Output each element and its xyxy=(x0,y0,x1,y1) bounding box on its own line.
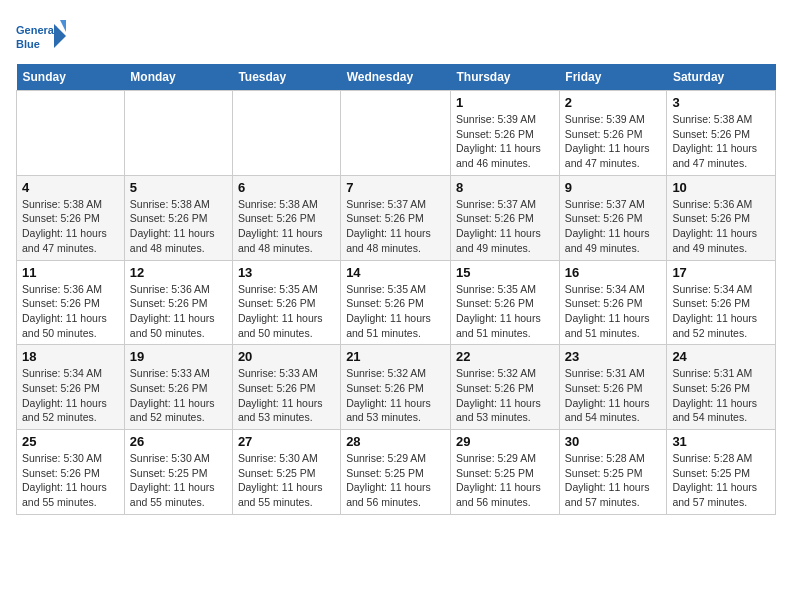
calendar-cell: 3Sunrise: 5:38 AMSunset: 5:26 PMDaylight… xyxy=(667,91,776,176)
day-number: 9 xyxy=(565,180,662,195)
svg-text:General: General xyxy=(16,24,57,36)
day-info: Sunrise: 5:31 AMSunset: 5:26 PMDaylight:… xyxy=(672,366,770,425)
day-info: Sunrise: 5:29 AMSunset: 5:25 PMDaylight:… xyxy=(346,451,445,510)
day-number: 21 xyxy=(346,349,445,364)
day-number: 15 xyxy=(456,265,554,280)
day-info: Sunrise: 5:38 AMSunset: 5:26 PMDaylight:… xyxy=(22,197,119,256)
calendar-cell: 10Sunrise: 5:36 AMSunset: 5:26 PMDayligh… xyxy=(667,175,776,260)
day-info: Sunrise: 5:36 AMSunset: 5:26 PMDaylight:… xyxy=(672,197,770,256)
calendar-cell: 9Sunrise: 5:37 AMSunset: 5:26 PMDaylight… xyxy=(559,175,667,260)
calendar-cell: 20Sunrise: 5:33 AMSunset: 5:26 PMDayligh… xyxy=(232,345,340,430)
day-number: 8 xyxy=(456,180,554,195)
day-info: Sunrise: 5:28 AMSunset: 5:25 PMDaylight:… xyxy=(565,451,662,510)
day-number: 7 xyxy=(346,180,445,195)
day-number: 17 xyxy=(672,265,770,280)
week-row-3: 11Sunrise: 5:36 AMSunset: 5:26 PMDayligh… xyxy=(17,260,776,345)
weekday-header-friday: Friday xyxy=(559,64,667,91)
week-row-4: 18Sunrise: 5:34 AMSunset: 5:26 PMDayligh… xyxy=(17,345,776,430)
day-info: Sunrise: 5:37 AMSunset: 5:26 PMDaylight:… xyxy=(456,197,554,256)
weekday-header-saturday: Saturday xyxy=(667,64,776,91)
day-number: 4 xyxy=(22,180,119,195)
day-info: Sunrise: 5:29 AMSunset: 5:25 PMDaylight:… xyxy=(456,451,554,510)
calendar-cell: 6Sunrise: 5:38 AMSunset: 5:26 PMDaylight… xyxy=(232,175,340,260)
calendar-cell: 21Sunrise: 5:32 AMSunset: 5:26 PMDayligh… xyxy=(341,345,451,430)
day-number: 23 xyxy=(565,349,662,364)
calendar-cell xyxy=(341,91,451,176)
calendar-cell: 17Sunrise: 5:34 AMSunset: 5:26 PMDayligh… xyxy=(667,260,776,345)
day-info: Sunrise: 5:35 AMSunset: 5:26 PMDaylight:… xyxy=(456,282,554,341)
weekday-header-wednesday: Wednesday xyxy=(341,64,451,91)
weekday-header-monday: Monday xyxy=(124,64,232,91)
svg-marker-3 xyxy=(60,20,66,32)
day-number: 24 xyxy=(672,349,770,364)
day-number: 16 xyxy=(565,265,662,280)
day-number: 26 xyxy=(130,434,227,449)
week-row-2: 4Sunrise: 5:38 AMSunset: 5:26 PMDaylight… xyxy=(17,175,776,260)
calendar-cell: 1Sunrise: 5:39 AMSunset: 5:26 PMDaylight… xyxy=(451,91,560,176)
day-number: 29 xyxy=(456,434,554,449)
day-number: 19 xyxy=(130,349,227,364)
calendar-cell: 28Sunrise: 5:29 AMSunset: 5:25 PMDayligh… xyxy=(341,430,451,515)
calendar-cell: 31Sunrise: 5:28 AMSunset: 5:25 PMDayligh… xyxy=(667,430,776,515)
calendar-cell: 29Sunrise: 5:29 AMSunset: 5:25 PMDayligh… xyxy=(451,430,560,515)
calendar-cell: 8Sunrise: 5:37 AMSunset: 5:26 PMDaylight… xyxy=(451,175,560,260)
weekday-header-row: SundayMondayTuesdayWednesdayThursdayFrid… xyxy=(17,64,776,91)
day-number: 31 xyxy=(672,434,770,449)
day-info: Sunrise: 5:37 AMSunset: 5:26 PMDaylight:… xyxy=(346,197,445,256)
day-number: 22 xyxy=(456,349,554,364)
calendar-cell: 13Sunrise: 5:35 AMSunset: 5:26 PMDayligh… xyxy=(232,260,340,345)
day-info: Sunrise: 5:38 AMSunset: 5:26 PMDaylight:… xyxy=(672,112,770,171)
calendar-cell: 2Sunrise: 5:39 AMSunset: 5:26 PMDaylight… xyxy=(559,91,667,176)
page-header: GeneralBlue xyxy=(16,16,776,56)
day-number: 30 xyxy=(565,434,662,449)
day-number: 3 xyxy=(672,95,770,110)
day-number: 5 xyxy=(130,180,227,195)
calendar-cell: 27Sunrise: 5:30 AMSunset: 5:25 PMDayligh… xyxy=(232,430,340,515)
day-number: 25 xyxy=(22,434,119,449)
day-number: 11 xyxy=(22,265,119,280)
calendar-cell: 26Sunrise: 5:30 AMSunset: 5:25 PMDayligh… xyxy=(124,430,232,515)
calendar-cell: 14Sunrise: 5:35 AMSunset: 5:26 PMDayligh… xyxy=(341,260,451,345)
day-info: Sunrise: 5:35 AMSunset: 5:26 PMDaylight:… xyxy=(238,282,335,341)
logo: GeneralBlue xyxy=(16,16,66,56)
day-number: 10 xyxy=(672,180,770,195)
calendar-cell: 19Sunrise: 5:33 AMSunset: 5:26 PMDayligh… xyxy=(124,345,232,430)
svg-text:Blue: Blue xyxy=(16,38,40,50)
day-info: Sunrise: 5:28 AMSunset: 5:25 PMDaylight:… xyxy=(672,451,770,510)
day-number: 2 xyxy=(565,95,662,110)
calendar-cell: 30Sunrise: 5:28 AMSunset: 5:25 PMDayligh… xyxy=(559,430,667,515)
day-info: Sunrise: 5:32 AMSunset: 5:26 PMDaylight:… xyxy=(456,366,554,425)
day-info: Sunrise: 5:31 AMSunset: 5:26 PMDaylight:… xyxy=(565,366,662,425)
day-info: Sunrise: 5:30 AMSunset: 5:25 PMDaylight:… xyxy=(238,451,335,510)
day-number: 27 xyxy=(238,434,335,449)
calendar-cell: 18Sunrise: 5:34 AMSunset: 5:26 PMDayligh… xyxy=(17,345,125,430)
calendar-cell xyxy=(124,91,232,176)
calendar-cell: 7Sunrise: 5:37 AMSunset: 5:26 PMDaylight… xyxy=(341,175,451,260)
logo-icon: GeneralBlue xyxy=(16,16,66,56)
day-number: 1 xyxy=(456,95,554,110)
day-number: 14 xyxy=(346,265,445,280)
day-info: Sunrise: 5:34 AMSunset: 5:26 PMDaylight:… xyxy=(672,282,770,341)
weekday-header-tuesday: Tuesday xyxy=(232,64,340,91)
calendar-cell: 24Sunrise: 5:31 AMSunset: 5:26 PMDayligh… xyxy=(667,345,776,430)
calendar-cell: 25Sunrise: 5:30 AMSunset: 5:26 PMDayligh… xyxy=(17,430,125,515)
calendar-cell xyxy=(17,91,125,176)
calendar-cell: 4Sunrise: 5:38 AMSunset: 5:26 PMDaylight… xyxy=(17,175,125,260)
day-info: Sunrise: 5:32 AMSunset: 5:26 PMDaylight:… xyxy=(346,366,445,425)
day-info: Sunrise: 5:30 AMSunset: 5:25 PMDaylight:… xyxy=(130,451,227,510)
day-info: Sunrise: 5:36 AMSunset: 5:26 PMDaylight:… xyxy=(22,282,119,341)
calendar-cell: 11Sunrise: 5:36 AMSunset: 5:26 PMDayligh… xyxy=(17,260,125,345)
day-number: 18 xyxy=(22,349,119,364)
day-info: Sunrise: 5:33 AMSunset: 5:26 PMDaylight:… xyxy=(130,366,227,425)
week-row-5: 25Sunrise: 5:30 AMSunset: 5:26 PMDayligh… xyxy=(17,430,776,515)
day-number: 13 xyxy=(238,265,335,280)
day-info: Sunrise: 5:39 AMSunset: 5:26 PMDaylight:… xyxy=(565,112,662,171)
day-info: Sunrise: 5:35 AMSunset: 5:26 PMDaylight:… xyxy=(346,282,445,341)
day-number: 28 xyxy=(346,434,445,449)
calendar-cell: 16Sunrise: 5:34 AMSunset: 5:26 PMDayligh… xyxy=(559,260,667,345)
calendar-cell xyxy=(232,91,340,176)
day-number: 12 xyxy=(130,265,227,280)
calendar-cell: 22Sunrise: 5:32 AMSunset: 5:26 PMDayligh… xyxy=(451,345,560,430)
calendar-cell: 5Sunrise: 5:38 AMSunset: 5:26 PMDaylight… xyxy=(124,175,232,260)
day-info: Sunrise: 5:37 AMSunset: 5:26 PMDaylight:… xyxy=(565,197,662,256)
